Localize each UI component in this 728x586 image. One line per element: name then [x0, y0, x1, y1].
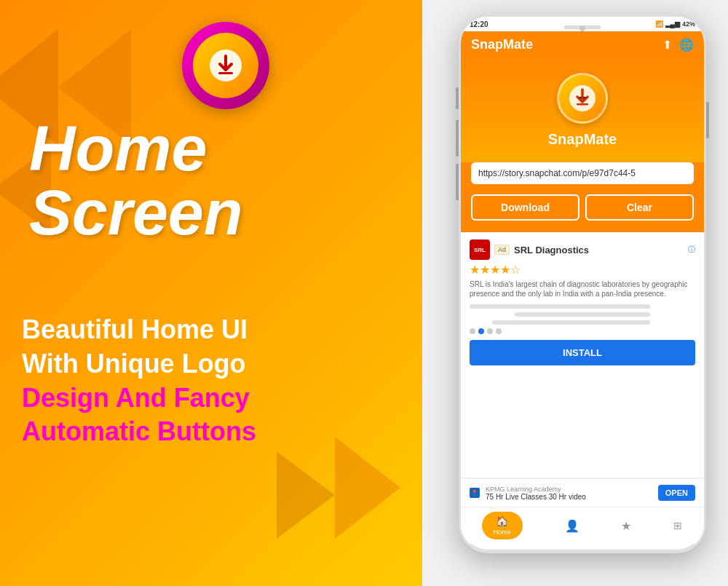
location-marker: 📍 [470, 488, 480, 498]
app-logo-inner [193, 33, 258, 98]
wifi-icon: 📶 [655, 20, 663, 28]
battery-level: 42% [682, 20, 695, 28]
bottom-navigation: 🏠 Home 👤 ★ ⊞ [461, 507, 704, 544]
location-icon: 📍 [471, 490, 478, 496]
snapmate-logo [557, 73, 608, 124]
power-button [706, 102, 709, 138]
kpmg-text-area: KPMG Learning Academy 75 Hr Live Classes… [486, 486, 652, 501]
home-nav-icon: 🏠 [496, 515, 508, 527]
nav-home[interactable]: 🏠 Home [482, 512, 523, 539]
star-rating: ★★★★☆ [470, 263, 695, 277]
content-placeholder [470, 304, 695, 334]
kpmg-company-name: KPMG Learning Academy [486, 486, 652, 493]
hero-title-line1: Home [29, 116, 243, 181]
phone-screen: 12:20 📶 ▂▄▆ 42% SnapMate ⬆ 🌐 [459, 15, 706, 553]
hero-title: Home Screen [29, 116, 243, 245]
home-nav-label: Home [494, 528, 511, 536]
snapmate-logo-icon [568, 84, 597, 113]
open-button[interactable]: OPEN [658, 485, 695, 501]
kpmg-ad-text: 75 Hr Live Classes 30 Hr video [486, 493, 652, 501]
globe-icon[interactable]: 🌐 [679, 38, 694, 52]
app-header: SnapMate ⬆ 🌐 [461, 31, 704, 58]
download-icon [207, 47, 244, 84]
action-buttons-row: Download Clear [461, 194, 704, 232]
arrow-decoration-4 [335, 437, 400, 539]
url-input-display[interactable]: https://story.snapchat.com/p/e97d7c44-5 [471, 162, 694, 184]
dot-indicators [470, 328, 695, 334]
nav-menu[interactable]: ⊞ [673, 520, 683, 531]
srl-logo: SRL [470, 239, 490, 260]
arrow-decoration-5 [277, 451, 335, 539]
dot-1 [470, 328, 475, 334]
url-input-section: https://story.snapchat.com/p/e97d7c44-5 [461, 162, 704, 194]
menu-nav-icon: ⊞ [673, 520, 683, 531]
phone-mockup: 12:20 📶 ▂▄▆ 42% SnapMate ⬆ 🌐 [459, 15, 706, 561]
signal-icon: ▂▄▆ [665, 20, 680, 28]
phone-camera [579, 25, 585, 31]
header-action-icons: ⬆ 🌐 [662, 38, 694, 52]
content-line-1 [470, 304, 650, 309]
ad-description-text: SRL is India's largest chain of diagnost… [470, 280, 695, 298]
ad-badge: Ad [494, 245, 510, 255]
ad-company-name: SRL Diagnostics [514, 245, 589, 256]
app-logo-section: SnapMate [461, 58, 704, 162]
nav-profile[interactable]: 👤 [565, 519, 579, 533]
clear-button[interactable]: Clear [585, 194, 694, 221]
svg-rect-3 [577, 103, 588, 106]
content-line-3 [492, 320, 650, 325]
dot-2 [478, 328, 484, 334]
dot-4 [496, 328, 502, 334]
app-content: SnapMate ⬆ 🌐 SnapMate [461, 31, 704, 544]
subtitle-line-3: Design And Fancy [22, 381, 408, 416]
subtitle-section: Beautiful Home UI With Unique Logo Desig… [22, 313, 408, 449]
subtitle-line-2: With Unique Logo [22, 347, 408, 381]
ad-section: SRL Ad SRL Diagnostics ⓘ ★★★★☆ SRL is In… [461, 232, 704, 478]
app-logo-container [182, 22, 269, 109]
download-button[interactable]: Download [471, 194, 579, 221]
content-line-2 [515, 312, 650, 317]
nav-favorites[interactable]: ★ [621, 519, 631, 533]
subtitle-line-4: Automatic Buttons [22, 415, 408, 449]
snapmate-app-title: SnapMate [548, 131, 617, 148]
svg-rect-1 [218, 72, 233, 74]
share-icon[interactable]: ⬆ [662, 38, 672, 52]
profile-nav-icon: 👤 [565, 519, 579, 533]
status-icons: 📶 ▂▄▆ 42% [655, 20, 695, 28]
dot-3 [487, 328, 493, 334]
ad-header-row: SRL Ad SRL Diagnostics ⓘ [470, 239, 695, 260]
subtitle-line-1: Beautiful Home UI [22, 313, 408, 347]
favorites-nav-icon: ★ [621, 519, 631, 533]
install-button[interactable]: INSTALL [470, 340, 695, 365]
hero-title-line2: Screen [29, 181, 243, 245]
kpmg-ad-row: 📍 KPMG Learning Academy 75 Hr Live Class… [461, 478, 704, 507]
ad-info-icon[interactable]: ⓘ [688, 245, 695, 255]
app-name-label: SnapMate [471, 37, 533, 52]
status-time: 12:20 [470, 20, 488, 28]
